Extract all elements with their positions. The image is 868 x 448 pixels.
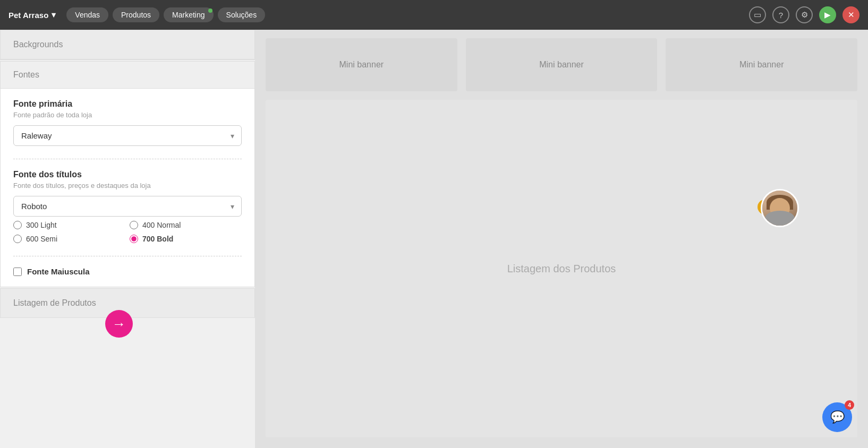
question-icon: ? bbox=[779, 11, 783, 20]
font-weight-grid: 300 Light 400 Normal 600 Semi 700 B bbox=[13, 221, 242, 243]
fontes-header[interactable]: Fontes bbox=[1, 62, 254, 89]
play-icon-btn[interactable]: ▶ bbox=[819, 6, 836, 23]
backgrounds-header[interactable]: Backgrounds bbox=[1, 30, 254, 59]
backgrounds-section: Backgrounds bbox=[0, 30, 255, 60]
brand-area[interactable]: Pet Arraso ▾ bbox=[8, 10, 56, 20]
weight-400-label: 400 Normal bbox=[142, 221, 181, 229]
help-icon-btn[interactable]: ? bbox=[772, 6, 789, 23]
weight-300-label: 300 Light bbox=[26, 221, 57, 229]
weight-600-label: 600 Semi bbox=[26, 235, 57, 243]
mini-banner-3: Mini banner bbox=[666, 38, 857, 91]
fonte-titulos-group: Fonte dos títulos Fonte dos títulos, pre… bbox=[13, 170, 242, 243]
marketing-dot bbox=[208, 8, 212, 13]
weight-700-item[interactable]: 700 Bold bbox=[130, 235, 242, 243]
mini-banner-2: Mini banner bbox=[466, 38, 658, 91]
arrow-icon-container: → bbox=[105, 310, 133, 338]
brand-chevron: ▾ bbox=[52, 10, 56, 20]
fonte-maiuscula-label: Fonte Maiuscula bbox=[27, 267, 90, 276]
weight-400-item[interactable]: 400 Normal bbox=[130, 221, 242, 229]
close-icon-btn[interactable]: ✕ bbox=[843, 6, 860, 23]
nav-produtos[interactable]: Produtos bbox=[113, 7, 159, 22]
weight-700-label: 700 Bold bbox=[142, 235, 173, 243]
avatar-inner bbox=[762, 191, 797, 226]
avatar-body bbox=[765, 211, 795, 226]
mini-banner-1: Mini banner bbox=[266, 38, 457, 91]
weight-600-item[interactable]: 600 Semi bbox=[13, 235, 125, 243]
fontes-content: Fonte primária Fonte padrão de toda loja… bbox=[1, 89, 254, 287]
chat-icon: 💬 bbox=[830, 410, 845, 424]
weight-300-item[interactable]: 300 Light bbox=[13, 221, 125, 229]
weight-400-radio[interactable] bbox=[130, 221, 138, 229]
topnav: Pet Arraso ▾ Vendas Produtos Marketing S… bbox=[0, 0, 868, 30]
nav-marketing[interactable]: Marketing bbox=[164, 7, 213, 22]
main-layout: Backgrounds Fontes Fonte primária Fonte … bbox=[0, 30, 868, 448]
play-icon: ▶ bbox=[824, 10, 831, 20]
settings-icon-btn[interactable]: ⚙ bbox=[796, 6, 813, 23]
fontes-label: Fontes bbox=[13, 70, 39, 79]
close-icon: ✕ bbox=[848, 10, 855, 20]
product-listing-preview: Listagem dos Produtos bbox=[266, 100, 857, 437]
fonte-primaria-group: Fonte primária Fonte padrão de toda loja… bbox=[13, 99, 242, 146]
fonte-primaria-select[interactable]: Raleway Roboto Open Sans Lato Montserrat bbox=[13, 125, 242, 146]
divider-1 bbox=[13, 159, 242, 159]
fonte-maiuscula-item[interactable]: Fonte Maiuscula bbox=[13, 267, 242, 276]
weight-700-radio[interactable] bbox=[130, 235, 138, 243]
gear-icon: ⚙ bbox=[801, 10, 808, 20]
listagem-label: Listagem de Produtos bbox=[13, 298, 96, 307]
weight-600-radio[interactable] bbox=[13, 235, 22, 243]
backgrounds-label: Backgrounds bbox=[13, 40, 63, 49]
mini-banners-row: Mini banner Mini banner Mini banner bbox=[266, 30, 857, 91]
chat-badge: 4 bbox=[845, 400, 854, 410]
weight-300-radio[interactable] bbox=[13, 221, 22, 229]
fonte-titulos-select[interactable]: Roboto Raleway Open Sans Lato Montserrat bbox=[13, 196, 242, 217]
chat-widget[interactable]: 💬 4 bbox=[822, 402, 852, 432]
arrow-right-icon: → bbox=[112, 316, 126, 332]
monitor-icon-btn[interactable]: ▭ bbox=[749, 6, 766, 23]
nav-solucoes[interactable]: Soluções bbox=[218, 7, 266, 22]
fonte-primaria-desc: Fonte padrão de toda loja bbox=[13, 111, 242, 119]
fonte-titulos-desc: Fonte dos títulos, preços e destaques da… bbox=[13, 182, 242, 189]
divider-2 bbox=[13, 256, 242, 256]
fonte-maiuscula-checkbox[interactable] bbox=[13, 268, 22, 276]
listing-preview-label: Listagem dos Produtos bbox=[507, 263, 616, 275]
brand-name: Pet Arraso bbox=[8, 11, 48, 20]
topnav-icons: ▭ ? ⚙ ▶ ✕ bbox=[749, 6, 860, 23]
arrow-icon: → bbox=[105, 310, 133, 338]
fontes-panel: Fontes Fonte primária Fonte padrão de to… bbox=[0, 61, 255, 287]
fonte-primaria-select-wrapper: Raleway Roboto Open Sans Lato Montserrat… bbox=[13, 125, 242, 146]
fonte-titulos-select-wrapper: Roboto Raleway Open Sans Lato Montserrat… bbox=[13, 196, 242, 217]
avatar bbox=[761, 189, 799, 227]
monitor-icon: ▭ bbox=[754, 10, 761, 20]
sidebar: Backgrounds Fontes Fonte primária Fonte … bbox=[0, 30, 255, 448]
fonte-primaria-title: Fonte primária bbox=[13, 99, 242, 109]
preview-area: Mini banner Mini banner Mini banner List… bbox=[255, 30, 868, 448]
nav-vendas[interactable]: Vendas bbox=[66, 7, 108, 22]
fonte-titulos-title: Fonte dos títulos bbox=[13, 170, 242, 179]
